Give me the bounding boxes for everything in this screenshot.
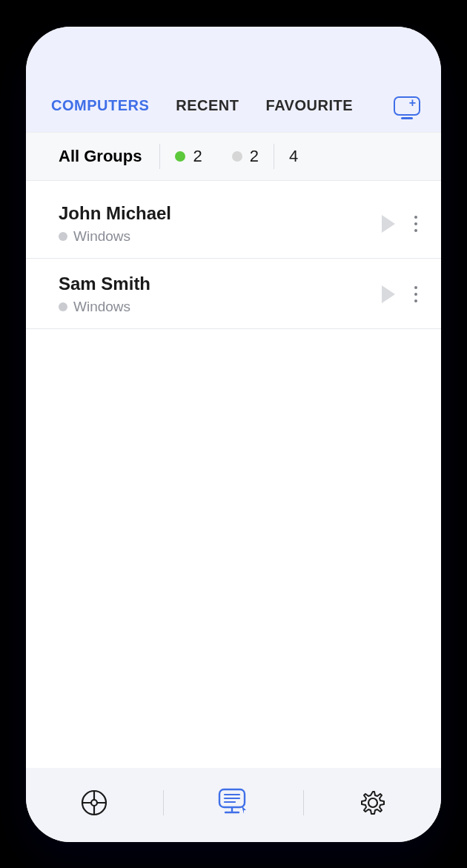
nav-settings-button[interactable] bbox=[351, 781, 395, 825]
computer-info: Sam Smith Windows bbox=[59, 274, 382, 315]
group-selector[interactable]: All Groups bbox=[59, 147, 159, 166]
divider bbox=[163, 790, 164, 815]
tab-recent[interactable]: RECENT bbox=[176, 97, 239, 114]
divider bbox=[303, 790, 304, 815]
svg-point-12 bbox=[368, 798, 377, 807]
computer-os: Windows bbox=[59, 228, 382, 245]
nav-remote-button[interactable] bbox=[72, 781, 116, 825]
filter-bar: All Groups 2 2 4 bbox=[26, 132, 441, 181]
os-label: Windows bbox=[73, 299, 130, 315]
computer-name: Sam Smith bbox=[59, 274, 382, 294]
status-dot-icon bbox=[59, 302, 67, 311]
os-label: Windows bbox=[73, 228, 130, 245]
monitor-list-icon bbox=[216, 787, 251, 818]
total-count[interactable]: 4 bbox=[274, 147, 313, 166]
connect-button[interactable] bbox=[382, 285, 395, 303]
computer-row[interactable]: John Michael Windows bbox=[26, 188, 441, 259]
connect-button[interactable] bbox=[382, 215, 395, 233]
online-count-value: 2 bbox=[193, 147, 202, 166]
computer-name: John Michael bbox=[59, 203, 382, 224]
add-device-button[interactable] bbox=[394, 96, 420, 116]
computer-info: John Michael Windows bbox=[59, 203, 382, 245]
computer-row[interactable]: Sam Smith Windows bbox=[26, 259, 441, 329]
status-dot-icon bbox=[59, 232, 67, 241]
tabs: COMPUTERS RECENT FAVOURITE bbox=[51, 97, 389, 114]
offline-count-value: 2 bbox=[250, 147, 259, 166]
online-count[interactable]: 2 bbox=[160, 147, 216, 166]
more-options-button[interactable] bbox=[411, 211, 420, 236]
tab-computers[interactable]: COMPUTERS bbox=[51, 97, 149, 114]
nav-computers-button[interactable] bbox=[211, 781, 256, 825]
crosshair-icon bbox=[80, 789, 108, 817]
tab-favourite[interactable]: FAVOURITE bbox=[266, 97, 353, 114]
gear-icon bbox=[359, 789, 387, 817]
offline-status-icon bbox=[232, 151, 242, 162]
bottom-nav bbox=[26, 768, 441, 842]
offline-count[interactable]: 2 bbox=[217, 147, 274, 166]
tabs-row: COMPUTERS RECENT FAVOURITE bbox=[26, 79, 441, 132]
computer-os: Windows bbox=[59, 299, 382, 315]
more-options-button[interactable] bbox=[411, 282, 420, 307]
computer-list: John Michael Windows Sam Smith Windows bbox=[26, 181, 441, 768]
app-screen: COMPUTERS RECENT FAVOURITE All Groups 2 … bbox=[26, 27, 441, 842]
header: COMPUTERS RECENT FAVOURITE bbox=[26, 27, 441, 132]
online-status-icon bbox=[175, 151, 185, 162]
total-count-value: 4 bbox=[289, 147, 298, 166]
svg-point-1 bbox=[91, 800, 97, 806]
